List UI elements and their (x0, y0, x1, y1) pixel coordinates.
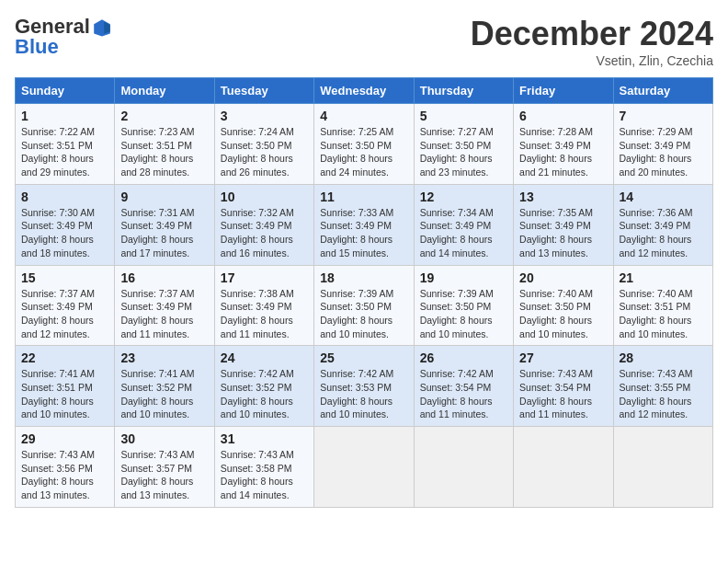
calendar-cell: 10Sunrise: 7:32 AM Sunset: 3:49 PM Dayli… (214, 184, 313, 265)
calendar-cell: 31Sunrise: 7:43 AM Sunset: 3:58 PM Dayli… (214, 427, 313, 508)
day-number: 3 (221, 109, 308, 123)
logo: General Blue (15, 15, 112, 59)
cell-info: Sunrise: 7:33 AM Sunset: 3:49 PM Dayligh… (320, 206, 407, 260)
cell-info: Sunrise: 7:36 AM Sunset: 3:49 PM Dayligh… (620, 206, 707, 260)
calendar-cell: 13Sunrise: 7:35 AM Sunset: 3:49 PM Dayli… (514, 184, 613, 265)
calendar-cell: 29Sunrise: 7:43 AM Sunset: 3:56 PM Dayli… (16, 427, 115, 508)
cell-info: Sunrise: 7:29 AM Sunset: 3:49 PM Dayligh… (620, 125, 707, 179)
day-number: 9 (120, 190, 208, 204)
calendar-cell: 19Sunrise: 7:39 AM Sunset: 3:50 PM Dayli… (414, 265, 513, 346)
calendar-header-row: SundayMondayTuesdayWednesdayThursdayFrid… (16, 78, 713, 104)
day-number: 11 (320, 190, 407, 204)
cell-info: Sunrise: 7:43 AM Sunset: 3:54 PM Dayligh… (519, 367, 607, 421)
calendar-cell: 18Sunrise: 7:39 AM Sunset: 3:50 PM Dayli… (314, 265, 414, 346)
calendar-cell: 20Sunrise: 7:40 AM Sunset: 3:50 PM Dayli… (514, 265, 613, 346)
day-number: 22 (21, 350, 108, 365)
cell-info: Sunrise: 7:43 AM Sunset: 3:57 PM Dayligh… (120, 448, 208, 502)
day-number: 29 (21, 431, 108, 446)
month-title: December 2024 (471, 15, 713, 53)
calendar-cell: 4Sunrise: 7:25 AM Sunset: 3:50 PM Daylig… (314, 104, 414, 185)
day-number: 23 (120, 350, 208, 365)
calendar-cell: 23Sunrise: 7:41 AM Sunset: 3:52 PM Dayli… (115, 346, 214, 427)
location: Vsetin, Zlin, Czechia (471, 53, 713, 68)
cell-info: Sunrise: 7:43 AM Sunset: 3:58 PM Dayligh… (221, 448, 308, 502)
calendar-cell (514, 427, 613, 508)
cell-info: Sunrise: 7:27 AM Sunset: 3:50 PM Dayligh… (420, 125, 507, 179)
day-number: 28 (620, 350, 707, 365)
day-number: 5 (420, 109, 507, 123)
calendar-cell: 3Sunrise: 7:24 AM Sunset: 3:50 PM Daylig… (214, 104, 313, 185)
title-block: December 2024 Vsetin, Zlin, Czechia (471, 15, 713, 68)
cell-info: Sunrise: 7:41 AM Sunset: 3:52 PM Dayligh… (120, 367, 208, 421)
day-number: 17 (221, 270, 308, 285)
cell-info: Sunrise: 7:28 AM Sunset: 3:49 PM Dayligh… (519, 125, 607, 179)
calendar-week-row: 1Sunrise: 7:22 AM Sunset: 3:51 PM Daylig… (16, 104, 713, 185)
logo-icon (92, 17, 112, 38)
cell-info: Sunrise: 7:41 AM Sunset: 3:51 PM Dayligh… (21, 367, 108, 421)
cell-info: Sunrise: 7:24 AM Sunset: 3:50 PM Dayligh… (221, 125, 308, 179)
day-number: 26 (420, 350, 507, 365)
cell-info: Sunrise: 7:43 AM Sunset: 3:55 PM Dayligh… (620, 367, 707, 421)
calendar-cell: 2Sunrise: 7:23 AM Sunset: 3:51 PM Daylig… (115, 104, 214, 185)
page-header: General Blue December 2024 Vsetin, Zlin,… (15, 15, 713, 68)
calendar-cell (613, 427, 712, 508)
cell-info: Sunrise: 7:42 AM Sunset: 3:52 PM Dayligh… (221, 367, 308, 421)
day-number: 4 (320, 109, 407, 123)
cell-info: Sunrise: 7:38 AM Sunset: 3:49 PM Dayligh… (221, 287, 308, 341)
day-number: 21 (620, 270, 707, 285)
calendar-week-row: 8Sunrise: 7:30 AM Sunset: 3:49 PM Daylig… (16, 184, 713, 265)
day-number: 10 (221, 190, 308, 204)
calendar-cell: 8Sunrise: 7:30 AM Sunset: 3:49 PM Daylig… (16, 184, 115, 265)
cell-info: Sunrise: 7:37 AM Sunset: 3:49 PM Dayligh… (120, 287, 208, 341)
calendar-cell: 9Sunrise: 7:31 AM Sunset: 3:49 PM Daylig… (115, 184, 214, 265)
day-header-friday: Friday (514, 78, 613, 104)
cell-info: Sunrise: 7:40 AM Sunset: 3:51 PM Dayligh… (620, 287, 707, 341)
day-number: 25 (320, 350, 407, 365)
day-number: 27 (519, 350, 607, 365)
day-number: 14 (620, 190, 707, 204)
day-number: 15 (21, 270, 108, 285)
cell-info: Sunrise: 7:30 AM Sunset: 3:49 PM Dayligh… (21, 206, 108, 260)
calendar-cell: 22Sunrise: 7:41 AM Sunset: 3:51 PM Dayli… (16, 346, 115, 427)
day-number: 12 (420, 190, 507, 204)
cell-info: Sunrise: 7:31 AM Sunset: 3:49 PM Dayligh… (120, 206, 208, 260)
day-header-sunday: Sunday (16, 78, 115, 104)
cell-info: Sunrise: 7:42 AM Sunset: 3:53 PM Dayligh… (320, 367, 407, 421)
day-number: 2 (120, 109, 208, 123)
cell-info: Sunrise: 7:42 AM Sunset: 3:54 PM Dayligh… (420, 367, 507, 421)
calendar-cell: 15Sunrise: 7:37 AM Sunset: 3:49 PM Dayli… (16, 265, 115, 346)
calendar-week-row: 29Sunrise: 7:43 AM Sunset: 3:56 PM Dayli… (16, 427, 713, 508)
calendar-cell: 25Sunrise: 7:42 AM Sunset: 3:53 PM Dayli… (314, 346, 414, 427)
day-number: 16 (120, 270, 208, 285)
calendar-cell: 28Sunrise: 7:43 AM Sunset: 3:55 PM Dayli… (613, 346, 712, 427)
cell-info: Sunrise: 7:34 AM Sunset: 3:49 PM Dayligh… (420, 206, 507, 260)
day-header-saturday: Saturday (613, 78, 712, 104)
day-number: 20 (519, 270, 607, 285)
calendar-week-row: 22Sunrise: 7:41 AM Sunset: 3:51 PM Dayli… (16, 346, 713, 427)
calendar-cell: 1Sunrise: 7:22 AM Sunset: 3:51 PM Daylig… (16, 104, 115, 185)
calendar-cell: 27Sunrise: 7:43 AM Sunset: 3:54 PM Dayli… (514, 346, 613, 427)
calendar-cell: 26Sunrise: 7:42 AM Sunset: 3:54 PM Dayli… (414, 346, 513, 427)
day-number: 1 (21, 109, 108, 123)
day-number: 18 (320, 270, 407, 285)
cell-info: Sunrise: 7:39 AM Sunset: 3:50 PM Dayligh… (320, 287, 407, 341)
cell-info: Sunrise: 7:32 AM Sunset: 3:49 PM Dayligh… (221, 206, 308, 260)
cell-info: Sunrise: 7:43 AM Sunset: 3:56 PM Dayligh… (21, 448, 108, 502)
calendar-cell: 7Sunrise: 7:29 AM Sunset: 3:49 PM Daylig… (613, 104, 712, 185)
day-number: 7 (620, 109, 707, 123)
day-number: 24 (221, 350, 308, 365)
cell-info: Sunrise: 7:22 AM Sunset: 3:51 PM Dayligh… (21, 125, 108, 179)
day-number: 30 (120, 431, 208, 446)
calendar-cell: 30Sunrise: 7:43 AM Sunset: 3:57 PM Dayli… (115, 427, 214, 508)
svg-marker-1 (104, 22, 110, 34)
day-header-tuesday: Tuesday (214, 78, 313, 104)
day-header-monday: Monday (115, 78, 214, 104)
cell-info: Sunrise: 7:40 AM Sunset: 3:50 PM Dayligh… (519, 287, 607, 341)
cell-info: Sunrise: 7:25 AM Sunset: 3:50 PM Dayligh… (320, 125, 407, 179)
calendar-cell: 24Sunrise: 7:42 AM Sunset: 3:52 PM Dayli… (214, 346, 313, 427)
day-number: 31 (221, 431, 308, 446)
cell-info: Sunrise: 7:23 AM Sunset: 3:51 PM Dayligh… (120, 125, 208, 179)
cell-info: Sunrise: 7:37 AM Sunset: 3:49 PM Dayligh… (21, 287, 108, 341)
calendar-cell: 17Sunrise: 7:38 AM Sunset: 3:49 PM Dayli… (214, 265, 313, 346)
day-header-thursday: Thursday (414, 78, 513, 104)
